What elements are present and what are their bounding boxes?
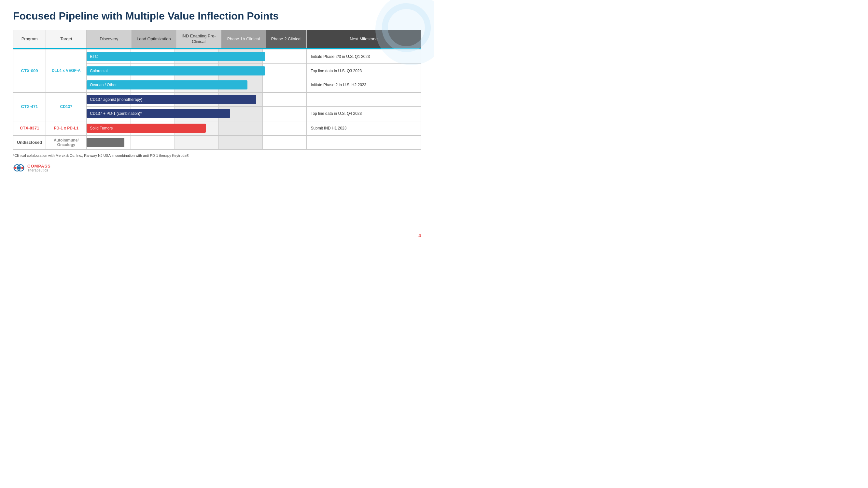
svg-point-4	[21, 167, 24, 169]
bar-label: Colorectal	[90, 69, 107, 73]
bar-arrow	[256, 95, 256, 104]
bar-label: BTC	[90, 54, 98, 59]
bar-label: CD137 + PD-1 (combination)*	[90, 111, 142, 116]
bar-arrow	[265, 66, 265, 75]
cell-milestone	[307, 92, 421, 107]
progress-bar: CD137 + PD-1 (combination)*	[87, 109, 230, 118]
pipeline-table: Program Target Discovery Lead Optimizati…	[13, 30, 421, 150]
bar-cell: BTC	[87, 50, 307, 64]
bar-cell: Ovarian / Other	[87, 78, 307, 92]
compass-logo-icon	[13, 162, 25, 174]
footnote-text: *Clinical collaboration with Merck & Co.…	[13, 154, 421, 158]
logo-name: COMPASS	[27, 164, 51, 168]
col-header-milestone: Next Milestone	[307, 30, 421, 48]
col-header-lead-opt: Lead Optimization	[131, 30, 177, 48]
cell-program: CTX-009	[13, 50, 46, 92]
logo-sub: Therapeutics	[27, 168, 51, 172]
col-header-phase1b: Phase 1b Clinical	[221, 30, 266, 48]
progress-bar: Ovarian / Other	[87, 80, 247, 90]
col-header-target: Target	[46, 30, 87, 48]
table-row: CTX-009DLL4 x VEGF-ABTCInitiate Phase 2/…	[13, 50, 421, 64]
bar-label: Ovarian / Other	[90, 83, 117, 87]
cell-program: CTX-471	[13, 92, 46, 121]
bar-cell: CD137 agonist (monotherapy)	[87, 92, 307, 107]
bar-arrow	[247, 80, 247, 90]
cell-milestone	[307, 135, 421, 150]
bar-arrow	[124, 138, 124, 147]
table-row: CTX-8371PD-1 x PD-L1Solid TumorsSubmit I…	[13, 121, 421, 135]
bar-arrow	[265, 52, 265, 61]
progress-bar: Colorectal	[87, 66, 265, 75]
cell-milestone: Top line data in U.S. Q3 2023	[307, 64, 421, 78]
cell-milestone: Initiate Phase 2 in U.S. H2 2023	[307, 78, 421, 92]
cell-target: CD137	[46, 92, 87, 121]
bar-label: CD137 agonist (monotherapy)	[90, 97, 142, 102]
table-row: CTX-471CD137CD137 agonist (monotherapy)	[13, 92, 421, 107]
bar-label: Solid Tumors	[90, 126, 113, 130]
page-number: 4	[418, 233, 421, 238]
progress-bar: BTC	[87, 52, 265, 61]
svg-point-2	[18, 167, 21, 169]
col-header-ind: IND Enabling Pre-Clinical	[176, 30, 221, 48]
cell-program: Undisclosed	[13, 135, 46, 150]
cell-milestone: Top line data in U.S. Q4 2023	[307, 107, 421, 121]
cell-target: PD-1 x PD-L1	[46, 121, 87, 135]
cell-target: DLL4 x VEGF-A	[46, 50, 87, 92]
table-header-row: Program Target Discovery Lead Optimizati…	[13, 30, 421, 48]
cell-program: CTX-8371	[13, 121, 46, 135]
col-header-phase2: Phase 2 Clinical	[266, 30, 307, 48]
table-row: UndisclosedAutoimmune/ Oncology	[13, 135, 421, 150]
cell-milestone: Submit IND H1 2023	[307, 121, 421, 135]
progress-bar	[87, 138, 124, 147]
progress-bar: Solid Tumors	[87, 124, 206, 133]
bar-arrow	[206, 124, 206, 133]
col-header-program: Program	[13, 30, 46, 48]
col-header-discovery: Discovery	[87, 30, 131, 48]
logo-area: COMPASS Therapeutics	[13, 162, 421, 174]
cell-milestone: Initiate Phase 2/3 in U.S. Q1 2023	[307, 50, 421, 64]
cell-target: Autoimmune/ Oncology	[46, 135, 87, 150]
svg-point-3	[14, 167, 17, 169]
bar-cell: CD137 + PD-1 (combination)*	[87, 107, 307, 121]
progress-bar: CD137 agonist (monotherapy)	[87, 95, 256, 104]
bar-arrow	[229, 109, 230, 118]
page-title: Focused Pipeline with Multiple Value Inf…	[13, 10, 421, 22]
bar-cell	[87, 135, 307, 150]
bar-cell: Solid Tumors	[87, 121, 307, 135]
bar-cell: Colorectal	[87, 64, 307, 78]
